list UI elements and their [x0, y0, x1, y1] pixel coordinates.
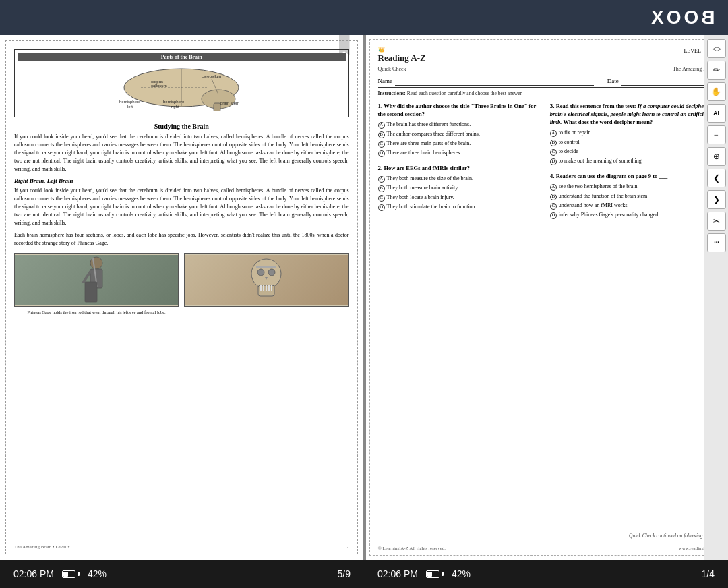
circle-4a[interactable]: A [550, 184, 557, 191]
quiz-footer: © Learning A-Z All rights reserved. www.… [378, 546, 716, 551]
answer-4d[interactable]: D infer why Phineas Gage's personality c… [550, 212, 715, 219]
answer-1b[interactable]: B The author compares three different br… [378, 131, 543, 138]
questions-col-right: 3. Read this sentence from the text: If … [550, 102, 715, 226]
svg-text:left: left [127, 105, 133, 109]
option-text-3a: to fix or repair [559, 129, 715, 136]
reading-az-logo: 👑 Reading A-Z [378, 47, 426, 63]
continued-text: Quick Check continued on following page [629, 533, 714, 539]
circle-2a[interactable]: A [378, 176, 385, 183]
left-page: Parts of the Brain corpus [0, 35, 363, 560]
back-btn[interactable]: ❮ [707, 169, 726, 187]
pencil-btn[interactable]: ✏ [707, 61, 726, 80]
answer-2c[interactable]: C They both locate a brain injury. [378, 194, 543, 202]
answer-3b[interactable]: B to control [550, 139, 715, 146]
zoom-in-btn[interactable]: ⊕ [707, 147, 726, 166]
quick-check-label: Quick Check [378, 66, 406, 72]
circle-2d[interactable]: D [378, 204, 385, 211]
circle-2b[interactable]: B [378, 185, 385, 192]
answer-4c[interactable]: C understand how an fMRI works [550, 202, 715, 210]
forward-btn[interactable]: ❯ [707, 190, 726, 209]
question-2: 2. How are EEGs and fMRIs similar? A The… [378, 164, 543, 211]
photo-skull [184, 253, 348, 307]
ai-btn[interactable]: AI [707, 104, 726, 123]
circle-4d[interactable]: D [550, 212, 557, 219]
page-count-right: 1/4 [702, 568, 715, 579]
option-text-4b: understand the function of the brain ste… [559, 193, 715, 200]
answer-2a[interactable]: A They both measure the size of the brai… [378, 175, 543, 183]
battery-body-left [62, 570, 75, 578]
svg-point-21 [268, 269, 275, 276]
question-3-text: 3. Read this sentence from the text: If … [550, 102, 715, 127]
answer-3a[interactable]: A to fix or repair [550, 129, 715, 137]
status-bar-right: 02:06 PM 42% 1/4 [364, 560, 728, 588]
italic-title: Right Brain, Left Brain [14, 177, 349, 184]
option-text-4d: infer why Phineas Gage's personality cha… [559, 212, 715, 218]
option-text-1a: The brain has three different functions. [387, 121, 543, 128]
skull-image [185, 255, 348, 305]
right-page: 👑 Reading A-Z LEVEL Y Quick Check The Am… [365, 35, 729, 560]
circle-3b[interactable]: B [550, 140, 557, 146]
option-text-2c: They both locate a brain injury. [387, 194, 543, 201]
answer-4a[interactable]: A see the two hemispheres of the brain [550, 183, 715, 191]
battery-fill-left [63, 572, 68, 577]
body-text-3: Each brain hemisphere has four sections,… [14, 231, 349, 247]
battery-tip-left [78, 572, 80, 576]
answer-1a[interactable]: A The brain has three different function… [378, 121, 543, 129]
question-4-num: 4. [550, 173, 555, 179]
option-text-2a: They both measure the size of the brain. [387, 175, 543, 182]
circle-3c[interactable]: C [550, 149, 557, 156]
double-arrow-btn[interactable]: ◁▷ [707, 39, 726, 58]
circle-1c[interactable]: C [378, 141, 385, 148]
name-field: Name [378, 76, 594, 86]
menu-btn[interactable]: ≡ [707, 125, 726, 144]
date-input-line[interactable] [621, 76, 715, 86]
circle-4c[interactable]: C [550, 203, 557, 210]
question-1-text: 1. Why did the author choose the title "… [378, 102, 543, 119]
quiz-header: 👑 Reading A-Z LEVEL Y [378, 47, 716, 63]
questions-col-left: 1. Why did the author choose the title "… [378, 102, 543, 226]
brain-diagram-box: Parts of the Brain corpus [14, 49, 349, 117]
option-text-3d: to make out the meaning of something [559, 158, 715, 165]
circle-1b[interactable]: B [378, 131, 385, 138]
section-title: Studying the Brain [14, 123, 349, 130]
circle-1d[interactable]: D [378, 150, 385, 157]
boox-logo: BOOX [648, 7, 715, 28]
option-text-3c: to decide [559, 148, 715, 155]
hand-btn[interactable]: ✋ [707, 82, 726, 101]
sidebar-tools: ◁▷ ✏ ✋ AI ≡ ⊕ ❮ ❯ ✂ ··· [704, 35, 728, 560]
page-divider [364, 35, 366, 560]
question-2-text: 2. How are EEGs and fMRIs similar? [378, 164, 543, 173]
svg-rect-18 [85, 282, 97, 302]
circle-3a[interactable]: A [550, 130, 557, 137]
name-input-line[interactable] [395, 76, 594, 86]
circle-1a[interactable]: A [378, 122, 385, 129]
answer-1d[interactable]: D There are three brain hemispheres. [378, 150, 543, 157]
body-text-2: If you could look inside your head, you'… [14, 187, 349, 227]
brain-svg: corpus callosum cerebellum brain stem le… [18, 64, 346, 111]
battery-body-right [426, 570, 439, 578]
page-footer-left: The Amazing Brain • Level Y 7 [6, 544, 357, 550]
level-label: LEVEL [684, 48, 700, 54]
answer-3d[interactable]: D to make out the meaning of something [550, 158, 715, 165]
page-count-left: 5/9 [338, 568, 351, 579]
answer-3c[interactable]: C to decide [550, 148, 715, 156]
answer-2d[interactable]: D They both stimulate the brain to funct… [378, 204, 543, 211]
svg-text:brain stem: brain stem [220, 101, 239, 105]
more-btn[interactable]: ··· [707, 233, 726, 252]
answer-1c[interactable]: C There are three main parts of the brai… [378, 140, 543, 148]
answer-2b[interactable]: B They both measure brain activity. [378, 185, 543, 192]
body-text-1: If you could look inside your head, you'… [14, 133, 349, 173]
answer-4b[interactable]: B understand the function of the brain s… [550, 193, 715, 200]
logo-text: Reading A-Z [378, 53, 426, 63]
scissors-btn[interactable]: ✂ [707, 212, 726, 231]
brain-diagram-title: Parts of the Brain [18, 53, 346, 61]
questions-area: 1. Why did the author choose the title "… [378, 102, 716, 226]
time-left: 02:06 PM [13, 568, 54, 579]
top-bar: BOOX [0, 0, 728, 35]
circle-3d[interactable]: D [550, 158, 557, 165]
circle-4b[interactable]: B [550, 194, 557, 200]
circle-2c[interactable]: C [378, 195, 385, 202]
battery-right [426, 570, 444, 578]
battery-fill-right [427, 572, 432, 577]
right-page-inner: 👑 Reading A-Z LEVEL Y Quick Check The Am… [369, 39, 725, 556]
